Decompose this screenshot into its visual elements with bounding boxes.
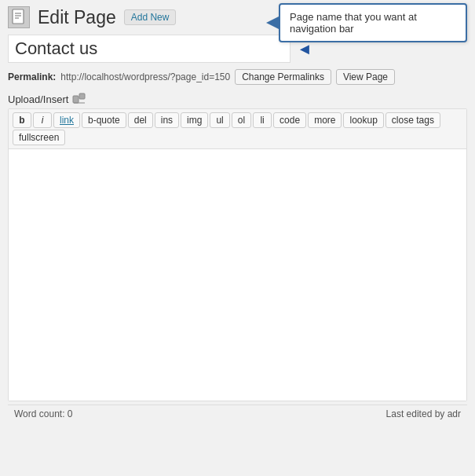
upload-icon[interactable]: [72, 93, 86, 105]
toolbar-btn-fullscreen[interactable]: fullscreen: [13, 130, 65, 145]
svg-rect-4: [73, 96, 79, 103]
upload-insert-row: Upload/Insert: [8, 93, 467, 105]
svg-rect-0: [13, 9, 24, 24]
toolbar-btn-ul[interactable]: ul: [210, 112, 229, 128]
toolbar-btn-close-tags[interactable]: close tags: [385, 112, 440, 128]
toolbar-btn-code[interactable]: code: [273, 112, 306, 128]
last-edited: Last edited by adr: [386, 408, 461, 419]
add-new-button[interactable]: Add New: [124, 9, 177, 25]
change-permalinks-button[interactable]: Change Permalinks: [235, 69, 331, 85]
page-icon: [8, 6, 30, 28]
page-name-input[interactable]: [8, 35, 290, 63]
page-wrapper: Edit Page Add New Page name that you wan…: [0, 0, 475, 476]
toolbar-btn-b[interactable]: b: [13, 112, 31, 128]
toolbar-btn-i[interactable]: i: [33, 112, 52, 128]
view-page-button[interactable]: View Page: [336, 69, 395, 85]
permalink-url: http://localhost/wordpress/?page_id=150: [60, 71, 230, 82]
tooltip-text: Page name that you want at navigation ba…: [290, 11, 417, 35]
upload-insert-label: Upload/Insert: [8, 93, 68, 105]
svg-rect-5: [79, 93, 85, 99]
toolbar-btn-link[interactable]: link: [53, 112, 80, 128]
editor-toolbar: bilinkb-quotedelinsimgulollicodemorelook…: [9, 109, 466, 149]
toolbar-btn-ins[interactable]: ins: [155, 112, 179, 128]
editor-area[interactable]: [9, 149, 466, 401]
permalink-row: Permalink: http://localhost/wordpress/?p…: [8, 69, 467, 85]
permalink-label: Permalink:: [8, 71, 56, 82]
tooltip-arrow: [266, 16, 279, 29]
title-row: Edit Page Add New Page name that you wan…: [8, 6, 467, 28]
editor-container: bilinkb-quotedelinsimgulollicodemorelook…: [8, 108, 467, 401]
toolbar-btn-del[interactable]: del: [128, 112, 153, 128]
tooltip-box: Page name that you want at navigation ba…: [279, 3, 467, 42]
toolbar-btn-more[interactable]: more: [308, 112, 342, 128]
toolbar-btn-li[interactable]: li: [253, 112, 272, 128]
toolbar-btn-ol[interactable]: ol: [232, 112, 251, 128]
page-title: Edit Page: [38, 7, 116, 28]
toolbar-btn-b-quote[interactable]: b-quote: [82, 112, 126, 128]
toolbar-btn-img[interactable]: img: [181, 112, 208, 128]
status-bar: Word count: 0 Last edited by adr: [8, 405, 467, 423]
word-count: Word count: 0: [14, 408, 72, 419]
toolbar-btn-lookup[interactable]: lookup: [343, 112, 383, 128]
